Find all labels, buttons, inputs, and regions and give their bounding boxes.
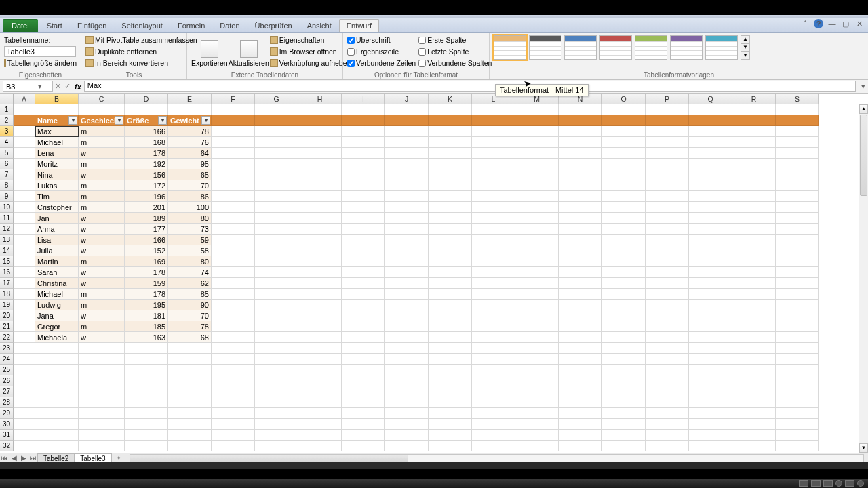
cell[interactable]: [776, 430, 819, 441]
cell[interactable]: [429, 289, 472, 300]
cell[interactable]: [255, 419, 298, 430]
cell[interactable]: [559, 126, 602, 137]
cell[interactable]: [602, 430, 646, 441]
cell[interactable]: [732, 419, 776, 430]
table-name-input[interactable]: [4, 46, 76, 57]
cell[interactable]: w: [79, 245, 125, 256]
cell[interactable]: [559, 354, 602, 365]
cell[interactable]: 64: [168, 148, 212, 159]
cell[interactable]: [429, 137, 472, 148]
cell[interactable]: [429, 300, 472, 310]
cell[interactable]: [559, 256, 602, 267]
cell[interactable]: [35, 343, 79, 354]
cell[interactable]: [255, 126, 298, 137]
cell[interactable]: [79, 375, 125, 386]
cell[interactable]: [385, 365, 429, 375]
cell[interactable]: w: [79, 148, 125, 159]
cell[interactable]: [342, 365, 385, 375]
cell[interactable]: [429, 245, 472, 256]
cell[interactable]: [212, 137, 255, 148]
cell[interactable]: [79, 104, 125, 115]
cell[interactable]: [602, 180, 646, 191]
row-header[interactable]: 16: [0, 267, 14, 278]
cell[interactable]: [342, 191, 385, 202]
cell[interactable]: 196: [125, 191, 168, 202]
row-header[interactable]: 5: [0, 148, 14, 159]
cell[interactable]: 74: [168, 267, 212, 278]
cell[interactable]: 73: [168, 224, 212, 235]
refresh-button[interactable]: Aktualisieren: [231, 34, 267, 71]
new-sheet-icon[interactable]: ✦: [112, 454, 125, 462]
cell[interactable]: [602, 289, 646, 300]
cell[interactable]: [776, 332, 819, 343]
cell[interactable]: [515, 354, 559, 365]
cell[interactable]: [602, 419, 646, 430]
cell[interactable]: [689, 267, 732, 278]
cell[interactable]: [689, 235, 732, 245]
row-header[interactable]: 30: [0, 419, 14, 430]
cell[interactable]: [298, 180, 342, 191]
column-header[interactable]: I: [342, 94, 385, 104]
cell[interactable]: [79, 397, 125, 408]
cell[interactable]: [342, 300, 385, 310]
row-header[interactable]: 18: [0, 289, 14, 300]
cell[interactable]: [342, 430, 385, 441]
cell[interactable]: [689, 310, 732, 321]
cell[interactable]: [559, 397, 602, 408]
cell[interactable]: [298, 375, 342, 386]
cell[interactable]: [298, 148, 342, 159]
cell[interactable]: [776, 310, 819, 321]
cell[interactable]: Lena: [35, 148, 79, 159]
total-row-checkbox[interactable]: [347, 48, 355, 56]
cell[interactable]: [515, 191, 559, 202]
cell[interactable]: [559, 332, 602, 343]
cell[interactable]: [14, 310, 35, 321]
cell[interactable]: [472, 310, 515, 321]
cell[interactable]: [776, 235, 819, 245]
cell[interactable]: [776, 148, 819, 159]
cell[interactable]: 58: [168, 245, 212, 256]
cell[interactable]: [385, 332, 429, 343]
row-header[interactable]: 13: [0, 235, 14, 245]
cell[interactable]: [125, 441, 168, 451]
cell[interactable]: [14, 365, 35, 375]
row-header[interactable]: 19: [0, 300, 14, 310]
cell[interactable]: [602, 191, 646, 202]
cell[interactable]: [776, 245, 819, 256]
cell[interactable]: 178: [125, 267, 168, 278]
cell[interactable]: [255, 148, 298, 159]
cell[interactable]: [472, 278, 515, 289]
cell[interactable]: [14, 386, 35, 397]
gallery-up-icon[interactable]: ▲: [741, 35, 750, 43]
row-header[interactable]: 24: [0, 354, 14, 365]
cell[interactable]: [602, 213, 646, 224]
cell[interactable]: [559, 137, 602, 148]
cell[interactable]: [559, 300, 602, 310]
cell[interactable]: [559, 365, 602, 375]
cell[interactable]: [559, 441, 602, 451]
cell[interactable]: [298, 104, 342, 115]
table-style-swatch[interactable]: [705, 35, 738, 60]
cell[interactable]: [646, 441, 689, 451]
cell[interactable]: [168, 354, 212, 365]
cell[interactable]: [689, 332, 732, 343]
tray-icon[interactable]: [835, 480, 842, 487]
cell[interactable]: [776, 180, 819, 191]
sheet-nav-first-icon[interactable]: ⏮: [0, 454, 9, 462]
cell[interactable]: [602, 256, 646, 267]
cell[interactable]: [515, 419, 559, 430]
cell[interactable]: [602, 235, 646, 245]
cell[interactable]: [515, 343, 559, 354]
cell[interactable]: [732, 256, 776, 267]
cell[interactable]: [14, 213, 35, 224]
cell[interactable]: [125, 343, 168, 354]
cell[interactable]: [732, 289, 776, 300]
tab-formulas[interactable]: Formeln: [170, 19, 212, 32]
cell[interactable]: m: [79, 256, 125, 267]
column-header[interactable]: E: [168, 94, 212, 104]
cell[interactable]: [255, 430, 298, 441]
cell[interactable]: [472, 386, 515, 397]
cell[interactable]: [212, 191, 255, 202]
cell[interactable]: [342, 104, 385, 115]
cell[interactable]: [602, 224, 646, 235]
